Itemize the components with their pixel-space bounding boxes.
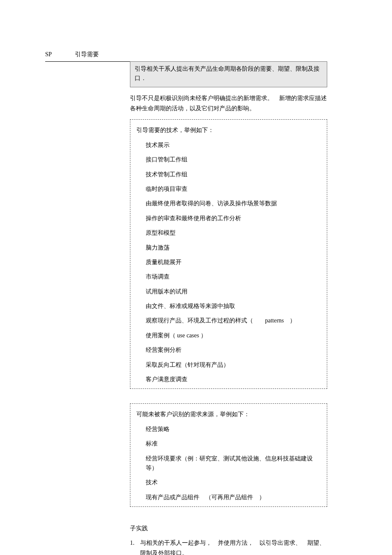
content-column: 引导相关干系人提出有关产品生命周期各阶段的需要、期望、限制及接口． 引导不只是积… — [130, 61, 327, 555]
numbered-text: 与相关的干系人一起参与， 并使用方法， 以引导出需求、 期望、限制及外部接口。 — [140, 538, 327, 555]
sources-list: 经营策略 标准 经营环境要求（例：研究室、测试其他设施、信息科技基础建设等） 技… — [136, 425, 321, 502]
list-item: 由最终使用者取得的问卷、访谈及操作场景等数据 — [146, 199, 321, 208]
list-item: 现有产品或产品组件 （可再用产品组件 ） — [146, 493, 321, 502]
sp-header-row: SP 引导需要 — [45, 49, 327, 59]
list-item: 经营案例分析 — [146, 345, 321, 355]
list-item: 经营策略 — [146, 425, 321, 434]
list-item: 经营环境要求（例：研究室、测试其他设施、信息科技基础建设等） — [146, 454, 321, 473]
list-item: 质量机能展开 — [146, 258, 321, 267]
list-item: 技术管制工作组 — [146, 170, 321, 179]
list-item: 临时的项目审查 — [146, 184, 321, 194]
sp-label: SP — [45, 49, 75, 59]
intro-paragraph: 引导不只是积极识别尚未经客户明确提出的新增需求。 新增的需求应描述各种生命周期的… — [130, 93, 327, 114]
list-item: 采取反向工程（针对现有产品） — [146, 360, 321, 370]
list-item: 使用案例（ use cases ） — [146, 331, 321, 340]
list-item: 脑力激荡 — [146, 243, 321, 253]
techniques-list: 技术展示 接口管制工作组 技术管制工作组 临时的项目审查 由最终使用者取得的问卷… — [136, 141, 321, 385]
sp-title: 引导需要 — [75, 49, 99, 59]
sub-practice-heading: 子实践 — [130, 524, 327, 533]
list-item: 市场调查 — [146, 272, 321, 282]
list-item: 技术展示 — [146, 141, 321, 150]
spacer — [130, 389, 327, 403]
techniques-box: 引导需要的技术，举例如下： 技术展示 接口管制工作组 技术管制工作组 临时的项目… — [130, 119, 327, 389]
list-item: 标准 — [146, 439, 321, 449]
sources-box-title: 可能未被客户识别的需求来源，举例如下： — [136, 410, 321, 419]
list-item: 技术 — [146, 478, 321, 487]
list-item: 试用版本的试用 — [146, 287, 321, 296]
list-item: 客户满意度调查 — [146, 375, 321, 384]
techniques-box-title: 引导需要的技术，举例如下： — [136, 126, 321, 135]
numbered-item: 1. 与相关的干系人一起参与， 并使用方法， 以引导出需求、 期望、限制及外部接… — [130, 538, 327, 555]
document-page: SP 引导需要 引导相关干系人提出有关产品生命周期各阶段的需要、期望、限制及接口… — [0, 0, 392, 555]
sources-box: 可能未被客户识别的需求来源，举例如下： 经营策略 标准 经营环境要求（例：研究室… — [130, 403, 327, 507]
list-item: 原型和模型 — [146, 228, 321, 238]
list-item: 操作的审查和最终使用者的工作分析 — [146, 214, 321, 223]
list-item: 由文件、标准或规格等来源中抽取 — [146, 302, 321, 311]
numbered-index: 1. — [130, 538, 140, 555]
list-item: 观察现行产品、环境及工作过程的样式（ patterns ） — [146, 316, 321, 325]
shaded-summary-box: 引导相关干系人提出有关产品生命周期各阶段的需要、期望、限制及接口． — [130, 61, 327, 87]
list-item: 接口管制工作组 — [146, 155, 321, 164]
